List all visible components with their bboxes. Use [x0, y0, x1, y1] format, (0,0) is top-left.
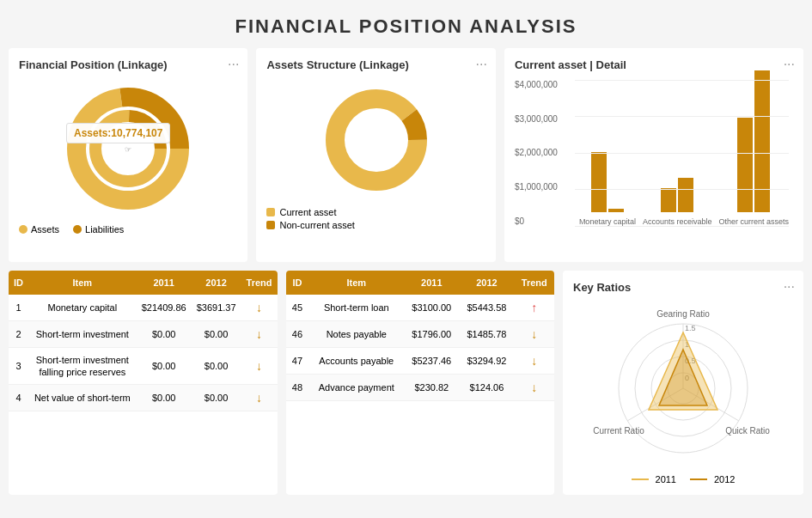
- ratios-legend-2012: 2012: [690, 474, 735, 484]
- monetary-2011-bar: [591, 152, 607, 212]
- rrow4-trend: ↓: [515, 374, 555, 400]
- gridline-0: [575, 226, 789, 227]
- current-asset-label: Current asset: [279, 207, 336, 217]
- rrow1-2012: $5443.58: [459, 295, 514, 321]
- table-row: 4 Net value of short-term $0.00 $0.00 ↓: [9, 385, 278, 411]
- row2-2012: $0.00: [192, 320, 241, 347]
- table-row: 48 Advance payment $230.82 $124.06 ↓: [286, 374, 555, 400]
- row2-trend: ↓: [241, 320, 278, 347]
- rrow4-2011: $230.82: [404, 374, 459, 400]
- bottom-section: ID Item 2011 2012 Trend 1 Monetary capit…: [0, 271, 812, 503]
- svg-text:Quick Ratio: Quick Ratio: [725, 426, 770, 436]
- rrow2-2011: $1796.00: [404, 320, 459, 347]
- row4-item: Net value of short-term: [28, 385, 137, 411]
- rrow4-id: 48: [286, 374, 309, 400]
- top-panels: Financial Position (Linkage) ··· Assets:…: [0, 48, 812, 271]
- assets-donut-chart[interactable]: [321, 84, 432, 196]
- table-row: 1 Monetary capital $21409.86 $3691.37 ↓: [9, 295, 278, 321]
- legend-current-asset: Current asset: [266, 207, 485, 217]
- left-table-header: ID Item 2011 2012 Trend: [9, 271, 278, 295]
- rrow4-2012: $124.06: [459, 374, 514, 400]
- other-label: Other current assets: [718, 217, 789, 226]
- svg-text:Gearing Ratio: Gearing Ratio: [656, 309, 710, 319]
- receivable-bars: [661, 178, 693, 212]
- left-col-item: Item: [28, 271, 137, 295]
- monetary-bars: [591, 152, 624, 212]
- right-col-item: Item: [308, 271, 404, 295]
- rrow2-trend: ↓: [515, 320, 555, 347]
- panel2-menu[interactable]: ···: [476, 57, 487, 72]
- gridline-3m: [575, 116, 789, 117]
- rrow4-item: Advance payment: [308, 374, 404, 400]
- yaxis-4m: $4,000,000: [515, 80, 558, 89]
- rrow3-item: Accounts payable: [308, 347, 404, 374]
- row1-2011: $21409.86: [137, 295, 192, 321]
- rrow1-2011: $3100.00: [404, 295, 459, 321]
- ratios-title: Key Ratios: [573, 281, 793, 294]
- yaxis: $4,000,000 $3,000,000 $2,000,000 $1,000,…: [515, 80, 558, 226]
- right-col-2012: 2012: [459, 271, 514, 295]
- liabilities-dot: [73, 225, 82, 234]
- bar-group-other: Other current assets: [718, 70, 789, 226]
- yaxis-0: $0: [515, 216, 558, 226]
- key-ratios-panel: Key Ratios ··· Gearing Ratio: [563, 271, 803, 495]
- svg-text:☞: ☞: [125, 145, 131, 154]
- yaxis-3m: $3,000,000: [515, 114, 558, 124]
- table-row: 46 Notes payable $1796.00 $1485.78 ↓: [286, 320, 555, 347]
- ratios-legend-2011: 2011: [632, 474, 676, 484]
- receivable-2011-bar: [661, 188, 676, 212]
- other-bars: [737, 70, 770, 212]
- yaxis-1m: $1,000,000: [515, 182, 558, 192]
- rrow1-id: 45: [286, 295, 309, 321]
- donut-chart[interactable]: ☞: [59, 80, 197, 217]
- bar-chart: $4,000,000 $3,000,000 $2,000,000 $1,000,…: [515, 80, 793, 252]
- donut-legend: Assets Liabilities: [19, 224, 237, 235]
- financial-position-title: Financial Position (Linkage): [19, 58, 237, 73]
- radar-chart[interactable]: Gearing Ratio Current Ratio Quick Ratio …: [580, 298, 786, 470]
- rrow2-item: Notes payable: [308, 320, 404, 347]
- legend-2012-line: [690, 478, 707, 480]
- panel1-menu[interactable]: ···: [228, 57, 239, 72]
- page-title: FINANCIAL POSITION ANALYSIS: [0, 0, 812, 48]
- rrow3-2011: $5237.46: [404, 347, 459, 374]
- left-table-panel: ID Item 2011 2012 Trend 1 Monetary capit…: [9, 271, 278, 495]
- table-row: 3 Short-term investment falling price re…: [9, 347, 278, 385]
- current-asset-icon: [266, 208, 275, 216]
- row3-2012: $0.00: [192, 347, 241, 385]
- right-col-trend: Trend: [515, 271, 555, 295]
- left-col-2012: 2012: [192, 271, 241, 295]
- row4-2012: $0.00: [192, 385, 241, 411]
- row4-2011: $0.00: [137, 385, 192, 411]
- noncurrent-asset-icon: [266, 221, 275, 229]
- legend-noncurrent-asset: Non-current asset: [266, 220, 485, 230]
- left-col-2011: 2011: [137, 271, 192, 295]
- row3-item: Short-term investment falling price rese…: [28, 347, 137, 385]
- monetary-label: Monetary capital: [579, 217, 636, 226]
- tooltip-label: Assets:: [74, 127, 111, 139]
- row3-id: 3: [9, 347, 28, 385]
- bar-group-receivable: Accounts receivable: [643, 178, 712, 226]
- noncurrent-asset-label: Non-current asset: [279, 220, 354, 230]
- legend-liabilities: Liabilities: [73, 224, 124, 235]
- left-col-id: ID: [9, 271, 28, 295]
- gridline-1m: [575, 189, 789, 190]
- row2-2011: $0.00: [137, 320, 192, 347]
- current-asset-panel: Current asset | Detail ··· $4,000,000 $3…: [504, 48, 803, 262]
- yaxis-2m: $2,000,000: [515, 148, 558, 157]
- ratios-menu[interactable]: ···: [784, 279, 795, 295]
- receivable-2012-bar: [678, 178, 693, 212]
- assets-legend: Current asset Non-current asset: [266, 207, 485, 230]
- monetary-2012-bar: [608, 209, 624, 212]
- rrow2-id: 46: [286, 320, 309, 347]
- svg-point-5: [335, 99, 418, 181]
- assets-structure-title: Assets Structure (Linkage): [266, 58, 485, 73]
- row3-trend: ↓: [241, 347, 278, 385]
- svg-text:1.5: 1.5: [685, 324, 696, 332]
- right-col-id: ID: [286, 271, 309, 295]
- ratios-legend: 2011 2012: [573, 474, 793, 484]
- legend-assets: Assets: [19, 224, 59, 235]
- row3-2011: $0.00: [137, 347, 192, 385]
- legend-liabilities-label: Liabilities: [85, 224, 124, 235]
- table-row: 47 Accounts payable $5237.46 $3294.92 ↓: [286, 347, 555, 374]
- legend-assets-label: Assets: [31, 224, 59, 235]
